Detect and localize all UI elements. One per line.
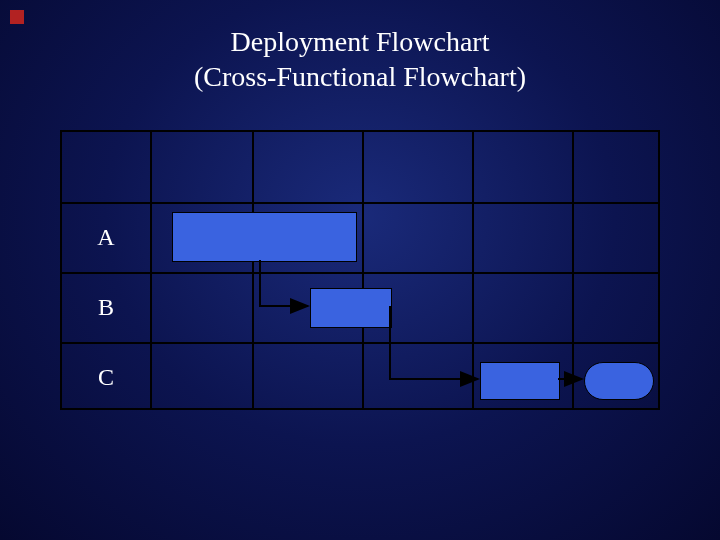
title-line-2: (Cross-Functional Flowchart) bbox=[194, 61, 526, 92]
grid-col-divider bbox=[252, 132, 254, 408]
accent-square-icon bbox=[10, 10, 24, 24]
lane-label-b: B bbox=[62, 272, 150, 342]
grid-col-divider bbox=[472, 132, 474, 408]
grid-col-divider bbox=[362, 132, 364, 408]
terminator-c bbox=[584, 362, 654, 400]
swimlane-grid: A B C bbox=[60, 130, 660, 410]
lane-label-c: C bbox=[62, 342, 150, 412]
process-box-c bbox=[480, 362, 560, 400]
grid-col-divider bbox=[572, 132, 574, 408]
process-box-a bbox=[172, 212, 357, 262]
slide-title: Deployment Flowchart (Cross-Functional F… bbox=[0, 24, 720, 94]
lane-label-a: A bbox=[62, 202, 150, 272]
process-box-b bbox=[310, 288, 392, 328]
grid-col-divider bbox=[150, 132, 152, 408]
title-line-1: Deployment Flowchart bbox=[231, 26, 490, 57]
